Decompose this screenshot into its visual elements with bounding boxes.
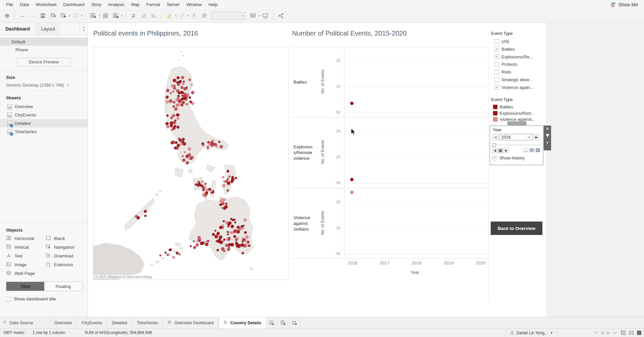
sheet-item-timeseries[interactable]: ✓TimeSeries <box>0 128 88 136</box>
event-mark[interactable] <box>216 146 217 147</box>
event-mark[interactable] <box>241 252 244 254</box>
event-mark[interactable] <box>173 87 176 90</box>
event-mark[interactable] <box>215 230 216 232</box>
play-back-button[interactable] <box>492 148 497 153</box>
event-mark[interactable] <box>222 176 224 179</box>
map-sheet[interactable]: © 2021 Mapbox © OpenStreetMap <box>93 47 289 280</box>
menu-item-worksheet[interactable]: Worksheet <box>32 1 60 8</box>
object-horizontal[interactable]: Horizontal <box>6 235 46 242</box>
event-mark[interactable] <box>190 101 192 103</box>
chevron-down-icon[interactable]: ▾ <box>187 14 189 17</box>
event-mark[interactable] <box>183 159 185 161</box>
event-mark[interactable] <box>174 147 177 149</box>
sort-descending-icon[interactable] <box>149 11 158 21</box>
filter-option--all-[interactable]: (All) <box>494 39 509 44</box>
object-navigation[interactable]: Navigation <box>46 243 85 251</box>
event-mark[interactable] <box>188 147 191 150</box>
event-mark[interactable] <box>223 207 226 210</box>
last-sheet-icon[interactable]: ⏭ <box>613 331 616 335</box>
event-mark[interactable] <box>207 146 209 148</box>
event-mark[interactable] <box>181 95 183 97</box>
event-mark[interactable] <box>177 117 179 119</box>
event-mark[interactable] <box>179 100 182 102</box>
event-mark[interactable] <box>191 156 194 159</box>
event-mark[interactable] <box>177 126 179 127</box>
show-me-button[interactable]: Show Me <box>610 2 638 7</box>
event-mark[interactable] <box>217 249 219 251</box>
event-mark[interactable] <box>202 189 205 191</box>
pin-toolbar-icon[interactable] <box>200 11 208 21</box>
menu-item-file[interactable]: File <box>3 1 16 8</box>
sidebar-collapse-handle[interactable]: ▴▾ <box>79 23 88 35</box>
new-story-tab-icon[interactable] <box>289 317 301 328</box>
event-mark[interactable] <box>172 114 175 117</box>
event-mark[interactable] <box>173 101 175 103</box>
event-mark[interactable] <box>223 250 225 252</box>
save-icon[interactable] <box>39 11 47 21</box>
event-mark[interactable] <box>228 243 231 246</box>
floating-button[interactable]: Floating <box>44 282 82 291</box>
event-mark[interactable] <box>227 182 230 185</box>
event-mark[interactable] <box>176 113 179 116</box>
event-mark[interactable] <box>191 91 194 94</box>
event-mark[interactable] <box>144 215 146 217</box>
event-mark[interactable] <box>199 237 201 239</box>
presentation-mode-icon[interactable] <box>261 11 270 21</box>
filter-checkbox[interactable] <box>494 78 499 82</box>
event-mark[interactable] <box>183 81 185 83</box>
chart-mark[interactable] <box>350 178 354 181</box>
event-mark[interactable] <box>219 226 222 229</box>
filter-checkbox[interactable] <box>494 70 499 75</box>
event-mark[interactable] <box>227 170 229 173</box>
chevron-down-icon[interactable]: ▾ <box>121 14 123 17</box>
chevron-down-icon[interactable]: ▾ <box>69 14 70 17</box>
event-mark[interactable] <box>180 142 183 145</box>
sheet-item-ctryevents[interactable]: CtryEvents <box>0 111 88 119</box>
sheet-sorter-icon[interactable] <box>621 330 626 335</box>
menu-item-format[interactable]: Format <box>143 1 163 8</box>
event-mark[interactable] <box>193 240 195 242</box>
event-mark[interactable] <box>167 254 169 256</box>
show-history-checkbox[interactable]: ✓ <box>492 156 497 160</box>
event-mark[interactable] <box>177 76 179 79</box>
event-mark[interactable] <box>183 87 186 90</box>
event-mark[interactable] <box>165 252 166 253</box>
menu-item-story[interactable]: Story <box>88 1 105 8</box>
chevron-down-icon[interactable]: ▼ <box>546 141 549 144</box>
object-extension[interactable]: Extension <box>46 261 85 268</box>
year-slider[interactable] <box>490 142 543 148</box>
event-mark[interactable] <box>186 103 188 105</box>
filter-checkbox[interactable] <box>494 39 499 44</box>
object-vertical[interactable]: Vertical <box>6 243 46 251</box>
close-icon[interactable]: ✕ <box>546 127 549 131</box>
event-mark[interactable] <box>244 239 246 241</box>
first-sheet-icon[interactable]: ⏮ <box>594 331 597 335</box>
object-blank[interactable]: Blank <box>46 235 85 242</box>
event-mark[interactable] <box>169 249 171 251</box>
event-mark[interactable] <box>177 144 180 147</box>
event-mark[interactable] <box>223 239 225 241</box>
event-mark[interactable] <box>166 89 169 92</box>
sheet-tab-data-source[interactable]: Data Source <box>0 317 50 328</box>
undo-icon[interactable]: ← <box>18 11 27 21</box>
event-mark[interactable] <box>241 243 244 247</box>
swap-axes-icon[interactable] <box>129 11 138 21</box>
menu-item-analysis[interactable]: Analysis <box>105 1 127 8</box>
event-mark[interactable] <box>206 241 208 243</box>
event-mark[interactable] <box>227 234 229 235</box>
event-mark[interactable] <box>193 246 196 249</box>
event-mark[interactable] <box>189 79 191 81</box>
filter-option-strategic-deve-[interactable]: Strategic deve... <box>494 77 533 82</box>
event-mark[interactable] <box>219 241 223 244</box>
event-mark[interactable] <box>218 141 220 143</box>
object-image[interactable]: Image <box>6 261 46 268</box>
device-option-phone[interactable]: Phone <box>0 46 88 54</box>
tableau-logo-icon[interactable] <box>3 11 11 21</box>
filter-option-explosions-re-[interactable]: ✓Explosions/Re... <box>494 54 533 59</box>
object-text[interactable]: AText <box>6 252 46 259</box>
prev-sheet-icon[interactable]: ◀ <box>601 331 603 335</box>
event-mark[interactable] <box>196 244 199 246</box>
event-mark[interactable] <box>225 244 228 247</box>
event-mark[interactable] <box>172 91 174 92</box>
event-mark[interactable] <box>175 98 178 101</box>
